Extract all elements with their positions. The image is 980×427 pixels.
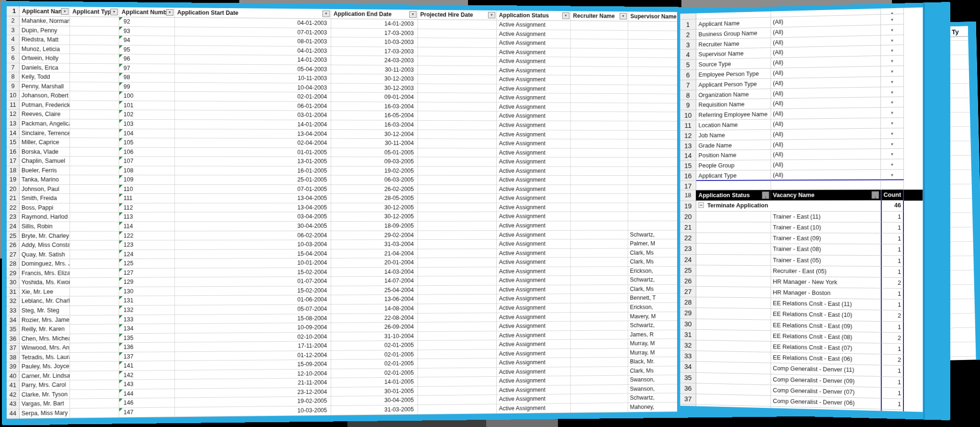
cell-recruiter-name[interactable] bbox=[571, 221, 628, 230]
cell-application-start-date[interactable]: 05-07-2004 bbox=[175, 304, 331, 315]
cell-application-end-date[interactable]: 14-07-2004 bbox=[331, 277, 418, 286]
filter-dropdown-icon[interactable] bbox=[409, 11, 416, 18]
cell-applicant-number[interactable]: 143 bbox=[119, 380, 175, 389]
filter-field-label[interactable]: Employee Person Type bbox=[696, 68, 771, 80]
cell-applicant-name[interactable]: Reeves, Claire bbox=[20, 110, 70, 120]
cell-application-start-date[interactable]: 01-06-2004 bbox=[175, 295, 331, 305]
cell-recruiter-name[interactable] bbox=[571, 348, 628, 358]
cell-applicant-number[interactable]: 127 bbox=[119, 268, 175, 278]
cell-application-status[interactable]: Active Assignment bbox=[497, 148, 571, 157]
cell-application-start-date[interactable]: 15-02-2004 bbox=[175, 286, 331, 296]
filter-dropdown-button[interactable] bbox=[881, 66, 904, 77]
cell-applicant-number[interactable]: 113 bbox=[119, 213, 175, 222]
row-number[interactable]: 12 bbox=[680, 130, 696, 140]
row-number[interactable]: 13 bbox=[680, 140, 696, 150]
cell-recruiter-name[interactable] bbox=[571, 194, 628, 203]
row-number[interactable]: 16 bbox=[680, 171, 696, 181]
cell-application-end-date[interactable]: 02-01-2005 bbox=[331, 341, 418, 351]
row-number[interactable]: 32 bbox=[680, 340, 696, 351]
cell-application-start-date[interactable]: 10-09-2004 bbox=[175, 323, 331, 333]
cell-projected-hire-date[interactable] bbox=[418, 285, 497, 295]
filter-dropdown-button[interactable] bbox=[881, 35, 904, 46]
cell-application-start-date[interactable]: 07-01-2005 bbox=[175, 185, 331, 194]
cell-projected-hire-date[interactable] bbox=[418, 38, 497, 47]
cell-empty[interactable] bbox=[696, 265, 771, 277]
cell-applicant-type[interactable] bbox=[70, 147, 119, 157]
cell-recruiter-name[interactable] bbox=[571, 94, 628, 103]
cell-applicant-number[interactable]: 136 bbox=[119, 343, 175, 352]
cell-recruiter-name[interactable] bbox=[571, 130, 628, 139]
cell-count[interactable]: 2 bbox=[881, 311, 904, 322]
cell-application-end-date[interactable]: 30-12-2004 bbox=[331, 130, 418, 139]
cell-application-status[interactable]: Active Assignment bbox=[497, 48, 571, 57]
cell-application-end-date[interactable]: 16-03-2004 bbox=[331, 120, 418, 130]
cell-application-status[interactable]: Active Assignment bbox=[497, 66, 571, 76]
filter-dropdown-icon[interactable] bbox=[562, 12, 569, 19]
cell-applicant-name[interactable]: Packman, Angelica bbox=[20, 119, 70, 129]
row-number[interactable]: 41 bbox=[7, 381, 20, 391]
cell-projected-hire-date[interactable] bbox=[418, 93, 497, 102]
cell-applicant-name[interactable]: Boss, Pappi bbox=[20, 203, 70, 213]
cell-applicant-type[interactable] bbox=[70, 138, 119, 147]
cell-application-start-date[interactable]: 04-01-2003 bbox=[175, 18, 331, 28]
cell-application-status[interactable]: Active Assignment bbox=[497, 404, 571, 414]
cell-application-status[interactable]: Active Assignment bbox=[497, 185, 571, 194]
row-number[interactable]: 8 bbox=[680, 90, 696, 101]
filter-field-label[interactable]: Source Type bbox=[696, 58, 771, 70]
row-number[interactable]: 44 bbox=[7, 409, 20, 419]
cell-applicant-type[interactable] bbox=[70, 361, 119, 371]
cell-recruiter-name[interactable] bbox=[571, 21, 628, 31]
cell-count[interactable]: 1 bbox=[881, 398, 904, 410]
row-number[interactable]: 27 bbox=[7, 250, 20, 260]
cell-application-end-date[interactable]: 21-04-2004 bbox=[331, 249, 418, 258]
cell-empty[interactable] bbox=[696, 233, 771, 244]
cell-applicant-number[interactable]: 122 bbox=[119, 231, 175, 241]
row-number[interactable]: 37 bbox=[680, 393, 696, 405]
row-number[interactable]: 2 bbox=[7, 16, 20, 26]
cell-recruiter-name[interactable] bbox=[571, 139, 628, 148]
cell-applicant-name[interactable]: Reilly, Mr. Karen bbox=[20, 325, 70, 334]
cell-application-status[interactable]: Active Assignment bbox=[497, 57, 571, 67]
cell-count[interactable]: 1 bbox=[881, 267, 904, 278]
row-number[interactable]: 38 bbox=[7, 353, 20, 362]
cell-projected-hire-date[interactable] bbox=[418, 56, 497, 66]
cell-recruiter-name[interactable] bbox=[571, 403, 628, 413]
row-number[interactable]: 32 bbox=[7, 297, 20, 306]
cell-recruiter-name[interactable] bbox=[571, 367, 628, 376]
row-number[interactable]: 4 bbox=[680, 50, 696, 60]
row-number[interactable]: 1 bbox=[680, 19, 696, 30]
row-number[interactable]: 5 bbox=[7, 45, 20, 54]
row-number[interactable]: 9 bbox=[680, 100, 696, 111]
filter-value-cell[interactable]: (All) bbox=[771, 118, 881, 130]
cell-applicant-type[interactable] bbox=[70, 352, 119, 362]
cell-recruiter-name[interactable] bbox=[571, 385, 628, 394]
row-number[interactable]: 19 bbox=[7, 175, 20, 185]
cell-count[interactable]: 1 bbox=[881, 256, 904, 267]
filter-field-label[interactable]: Applicant Type bbox=[696, 170, 771, 181]
cell-recruiter-name[interactable] bbox=[571, 103, 628, 112]
cell-projected-hire-date[interactable] bbox=[418, 29, 497, 38]
cell-recruiter-name[interactable] bbox=[571, 157, 628, 167]
filter-field-label[interactable]: Job Name bbox=[696, 130, 771, 141]
row-number[interactable]: 30 bbox=[680, 319, 696, 330]
row-number[interactable]: 4 bbox=[7, 35, 20, 45]
cell-application-end-date[interactable]: 25-04-2004 bbox=[331, 286, 418, 295]
cell-projected-hire-date[interactable] bbox=[418, 47, 497, 57]
filter-dropdown-button[interactable] bbox=[881, 56, 904, 67]
cell-count[interactable]: 1 bbox=[881, 322, 904, 333]
cell-application-end-date[interactable]: 14-01-2003 bbox=[331, 19, 418, 29]
filter-value-cell[interactable]: (All) bbox=[771, 97, 881, 109]
cell-applicant-number[interactable]: 137 bbox=[119, 352, 175, 361]
cell-application-start-date[interactable]: 02-10-2004 bbox=[175, 332, 331, 343]
cell-projected-hire-date[interactable] bbox=[418, 20, 497, 29]
sort-descending-icon[interactable] bbox=[871, 191, 879, 199]
cell-recruiter-name[interactable] bbox=[571, 121, 628, 130]
cell-recruiter-name[interactable] bbox=[571, 167, 628, 176]
cell-empty[interactable] bbox=[696, 362, 771, 374]
row-number[interactable]: 16 bbox=[7, 147, 20, 157]
cell-application-end-date[interactable]: 30-04-2005 bbox=[331, 396, 418, 406]
row-number[interactable]: 26 bbox=[680, 276, 696, 287]
filter-dropdown-button[interactable] bbox=[881, 45, 904, 56]
filter-field-label[interactable]: Requisition Name bbox=[696, 99, 771, 110]
cell-application-start-date[interactable]: 13-04-2004 bbox=[175, 129, 331, 139]
